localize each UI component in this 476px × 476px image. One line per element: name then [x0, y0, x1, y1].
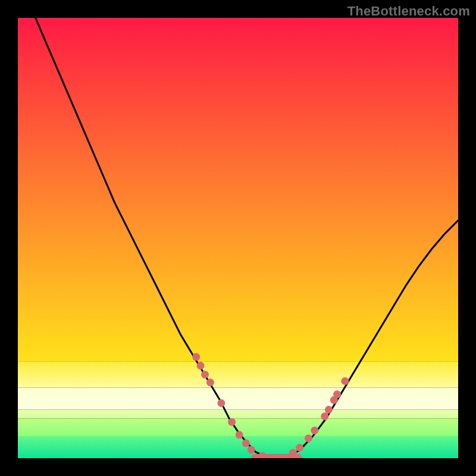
svg-point-25 — [333, 390, 341, 398]
svg-point-22 — [321, 412, 328, 420]
plot-area — [18, 18, 458, 458]
svg-point-23 — [325, 406, 333, 414]
watermark-text: TheBottleneck.com — [347, 4, 470, 19]
svg-point-12 — [228, 418, 236, 426]
svg-point-14 — [242, 439, 250, 447]
svg-point-8 — [197, 362, 205, 369]
svg-point-9 — [201, 371, 209, 378]
svg-point-11 — [217, 399, 225, 407]
svg-rect-2 — [18, 388, 458, 410]
background-gradient — [18, 18, 458, 458]
svg-point-15 — [248, 446, 255, 453]
svg-rect-3 — [18, 410, 458, 419]
svg-point-10 — [206, 378, 214, 386]
svg-point-21 — [311, 427, 318, 434]
svg-point-20 — [305, 434, 312, 442]
svg-point-13 — [236, 431, 243, 439]
chart-stage: TheBottleneck.com — [0, 0, 476, 476]
svg-rect-1 — [18, 361, 458, 387]
svg-point-7 — [192, 353, 200, 361]
svg-point-18 — [289, 449, 297, 457]
svg-point-26 — [341, 377, 349, 385]
svg-rect-5 — [18, 436, 458, 458]
bottleneck-chart-svg — [18, 18, 458, 458]
svg-point-19 — [296, 444, 303, 452]
